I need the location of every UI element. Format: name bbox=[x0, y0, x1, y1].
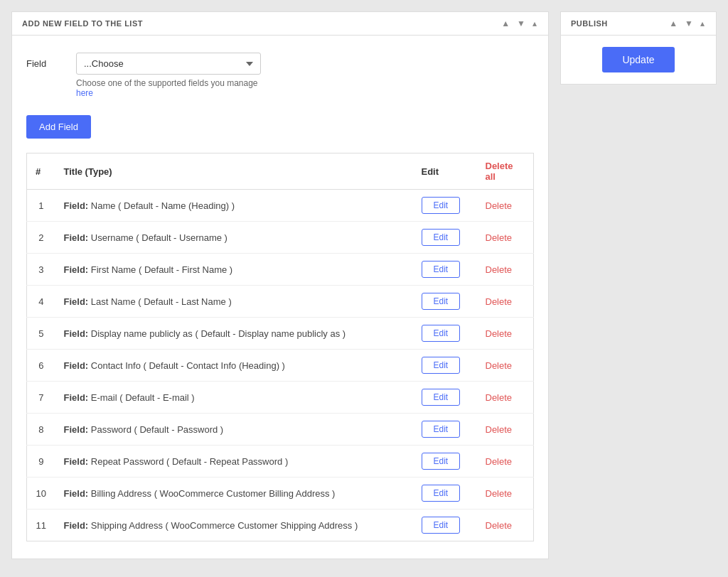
publish-panel-title: PUBLISH bbox=[571, 19, 608, 28]
publish-down-btn[interactable]: ▼ bbox=[683, 19, 695, 28]
row-num: 1 bbox=[27, 190, 55, 222]
table-row: 7Field: E-mail ( Default - E-mail )EditD… bbox=[27, 382, 534, 414]
row-edit-cell: Edit bbox=[413, 350, 477, 382]
row-num: 9 bbox=[27, 446, 55, 478]
row-num: 6 bbox=[27, 350, 55, 382]
delete-button[interactable]: Delete bbox=[486, 328, 513, 339]
col-num: # bbox=[27, 153, 55, 190]
col-edit: Edit bbox=[413, 153, 477, 190]
delete-button[interactable]: Delete bbox=[486, 200, 513, 211]
table-row: 9Field: Repeat Password ( Default - Repe… bbox=[27, 446, 534, 478]
publish-panel-header: PUBLISH ▲ ▼ ▴ bbox=[561, 12, 716, 36]
edit-button[interactable]: Edit bbox=[422, 325, 461, 342]
main-panel-header: ADD NEW FIELD TO THE LIST ▲ ▼ ▴ bbox=[12, 12, 548, 36]
main-panel-collapse-btn[interactable]: ▴ bbox=[531, 19, 538, 28]
field-select[interactable]: ...Choose bbox=[76, 53, 261, 75]
field-input-wrap: ...Choose Choose one of the supported fi… bbox=[76, 53, 261, 98]
row-title-field-label: Field: bbox=[64, 424, 89, 435]
row-num: 10 bbox=[27, 478, 55, 509]
delete-button[interactable]: Delete bbox=[486, 456, 513, 467]
delete-button[interactable]: Delete bbox=[486, 520, 513, 531]
main-panel-title: ADD NEW FIELD TO THE LIST bbox=[22, 19, 143, 28]
row-edit-cell: Edit bbox=[413, 509, 477, 541]
row-edit-cell: Edit bbox=[413, 286, 477, 318]
row-title: Field: Username ( Default - Username ) bbox=[55, 222, 413, 254]
update-button[interactable]: Update bbox=[602, 47, 674, 72]
row-title: Field: Password ( Default - Password ) bbox=[55, 414, 413, 446]
row-title-field-label: Field: bbox=[64, 488, 89, 499]
row-delete-cell: Delete bbox=[477, 286, 534, 318]
row-title: Field: Billing Address ( WooCommerce Cus… bbox=[55, 478, 413, 509]
row-title: Field: Name ( Default - Name (Heading) ) bbox=[55, 190, 413, 222]
field-select-row: Field ...Choose Choose one of the suppor… bbox=[26, 53, 534, 98]
row-edit-cell: Edit bbox=[413, 254, 477, 286]
row-delete-cell: Delete bbox=[477, 350, 534, 382]
delete-button[interactable]: Delete bbox=[486, 264, 513, 275]
main-panel-down-btn[interactable]: ▼ bbox=[515, 19, 527, 28]
row-title: Field: Display name publicly as ( Defaul… bbox=[55, 318, 413, 350]
row-num: 4 bbox=[27, 286, 55, 318]
table-row: 4Field: Last Name ( Default - Last Name … bbox=[27, 286, 534, 318]
row-edit-cell: Edit bbox=[413, 382, 477, 414]
edit-button[interactable]: Edit bbox=[422, 197, 461, 214]
row-title-field-label: Field: bbox=[64, 200, 89, 211]
row-delete-cell: Delete bbox=[477, 478, 534, 509]
row-delete-cell: Delete bbox=[477, 254, 534, 286]
row-num: 2 bbox=[27, 222, 55, 254]
row-title-field-label: Field: bbox=[64, 392, 89, 403]
delete-button[interactable]: Delete bbox=[486, 232, 513, 243]
publish-collapse-btn[interactable]: ▴ bbox=[699, 19, 706, 28]
row-delete-cell: Delete bbox=[477, 318, 534, 350]
delete-button[interactable]: Delete bbox=[486, 488, 513, 499]
table-row: 3Field: First Name ( Default - First Nam… bbox=[27, 254, 534, 286]
delete-button[interactable]: Delete bbox=[486, 392, 513, 403]
row-delete-cell: Delete bbox=[477, 382, 534, 414]
row-title: Field: First Name ( Default - First Name… bbox=[55, 254, 413, 286]
row-delete-cell: Delete bbox=[477, 446, 534, 478]
row-title: Field: Shipping Address ( WooCommerce Cu… bbox=[55, 509, 413, 541]
edit-button[interactable]: Edit bbox=[422, 293, 461, 310]
main-panel-up-btn[interactable]: ▲ bbox=[500, 19, 511, 28]
publish-body: Update bbox=[561, 36, 716, 84]
row-title-field-label: Field: bbox=[64, 328, 89, 339]
row-title-field-label: Field: bbox=[64, 456, 89, 467]
add-field-button[interactable]: Add Field bbox=[26, 115, 91, 139]
row-edit-cell: Edit bbox=[413, 414, 477, 446]
delete-button[interactable]: Delete bbox=[486, 424, 513, 435]
row-edit-cell: Edit bbox=[413, 478, 477, 509]
row-title-field-label: Field: bbox=[64, 232, 89, 243]
field-hint: Choose one of the supported fields you m… bbox=[76, 78, 261, 98]
edit-button[interactable]: Edit bbox=[422, 357, 461, 374]
row-delete-cell: Delete bbox=[477, 414, 534, 446]
edit-button[interactable]: Edit bbox=[422, 517, 461, 534]
row-title-field-label: Field: bbox=[64, 296, 89, 307]
edit-button[interactable]: Edit bbox=[422, 261, 461, 278]
publish-up-btn[interactable]: ▲ bbox=[668, 19, 679, 28]
row-delete-cell: Delete bbox=[477, 509, 534, 541]
row-num: 11 bbox=[27, 509, 55, 541]
here-link[interactable]: here bbox=[76, 88, 93, 98]
table-row: 1Field: Name ( Default - Name (Heading) … bbox=[27, 190, 534, 222]
publish-panel: PUBLISH ▲ ▼ ▴ Update bbox=[560, 11, 717, 85]
edit-button[interactable]: Edit bbox=[422, 485, 461, 502]
row-delete-cell: Delete bbox=[477, 190, 534, 222]
table-row: 5Field: Display name publicly as ( Defau… bbox=[27, 318, 534, 350]
main-panel: ADD NEW FIELD TO THE LIST ▲ ▼ ▴ Field ..… bbox=[11, 11, 549, 559]
table-row: 8Field: Password ( Default - Password )E… bbox=[27, 414, 534, 446]
row-num: 7 bbox=[27, 382, 55, 414]
delete-button[interactable]: Delete bbox=[486, 360, 513, 371]
col-delete-all[interactable]: Delete all bbox=[477, 153, 534, 190]
edit-button[interactable]: Edit bbox=[422, 229, 461, 246]
row-title-field-label: Field: bbox=[64, 520, 89, 531]
delete-button[interactable]: Delete bbox=[486, 296, 513, 307]
row-edit-cell: Edit bbox=[413, 318, 477, 350]
row-num: 5 bbox=[27, 318, 55, 350]
edit-button[interactable]: Edit bbox=[422, 389, 461, 406]
row-title-field-label: Field: bbox=[64, 264, 89, 275]
edit-button[interactable]: Edit bbox=[422, 421, 461, 438]
row-title: Field: Last Name ( Default - Last Name ) bbox=[55, 286, 413, 318]
edit-button[interactable]: Edit bbox=[422, 453, 461, 470]
fields-table: # Title (Type) Edit Delete all 1Field: N… bbox=[26, 153, 534, 541]
col-title: Title (Type) bbox=[55, 153, 413, 190]
table-row: 11Field: Shipping Address ( WooCommerce … bbox=[27, 509, 534, 541]
